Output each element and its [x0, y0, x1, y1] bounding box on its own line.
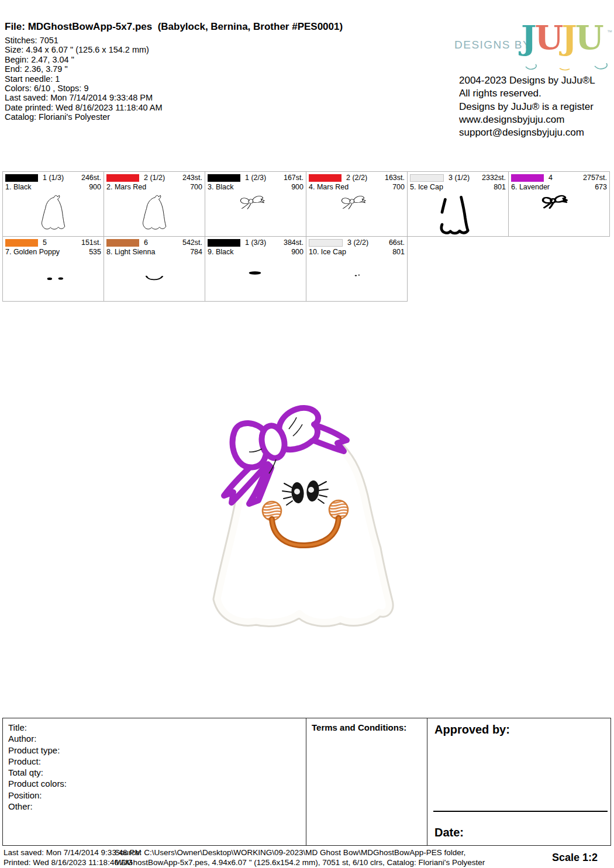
footer-source-line: Source: C:\Users\Owner\Desktop\WORKING\0…	[115, 848, 485, 857]
brand-letter: J	[521, 18, 535, 57]
file-meta-list: Stitches: 7051Size: 4.94 x 6.07 " (125.6…	[5, 36, 343, 122]
footer-source-line: MDGhostBowApp-5x7.pes, 4.94x6.07 " (125.…	[115, 857, 485, 867]
thread-sequence-label: 3 (2/2)	[347, 238, 389, 247]
thread-color-code: 700	[190, 183, 202, 191]
order-field-label: Title:	[8, 722, 301, 733]
thread-step-cell: 4 2757st. 6. Lavender 673	[508, 171, 610, 237]
file-meta-line: Size: 4.94 x 6.07 " (125.6 x 154.2 mm)	[5, 45, 343, 54]
step-preview-thumbnail	[540, 190, 568, 213]
thread-color-code: 801	[494, 183, 506, 191]
order-fields-box: Title:Author:Product type:Product:Total …	[2, 718, 306, 846]
thread-color-swatch	[5, 174, 38, 182]
thread-step-cell: 1 (2/3) 167st. 3. Black 900	[205, 171, 306, 237]
footer-source-path: Source: C:\Users\Owner\Desktop\WORKING\0…	[115, 848, 485, 867]
thread-color-swatch	[106, 174, 139, 182]
thread-color-code: 673	[595, 183, 607, 191]
order-field-label: Product type:	[8, 745, 301, 756]
thread-color-code: 900	[291, 248, 303, 256]
thread-step-cell: 3 (1/2) 2332st. 5. Ice Cap 801	[407, 171, 509, 237]
thread-stitch-count: 246st.	[81, 174, 101, 182]
approved-by-label: Approved by:	[434, 723, 603, 736]
thread-step-cell: 2 (1/2) 243st. 2. Mars Red 700	[104, 171, 205, 237]
thread-color-name: 2. Mars Red	[106, 183, 190, 191]
file-meta-line: Catalog: Floriani's Polyester	[5, 112, 343, 122]
scale-label: Scale 1:2	[552, 852, 598, 864]
order-form: Title:Author:Product type:Product:Total …	[2, 718, 611, 846]
thread-color-code: 801	[392, 248, 405, 256]
copyright-line: www.designsbyjuju.com	[459, 113, 613, 126]
brand-letter: U	[575, 18, 602, 57]
step-preview-thumbnail	[44, 272, 66, 285]
logo-flourish-icon	[525, 63, 612, 72]
step-preview-thumbnail	[352, 272, 363, 279]
brand-juju-wordmark: JUJU	[521, 21, 602, 54]
thread-sequence-label: 5	[43, 238, 81, 247]
thread-color-swatch	[208, 174, 240, 182]
thread-step-cell: 5 151st. 7. Golden Poppy 535	[2, 236, 104, 302]
thread-color-code: 700	[392, 183, 405, 191]
thread-stitch-count: 163st.	[385, 174, 405, 182]
thread-stitch-count: 243st.	[182, 174, 202, 182]
thread-color-code: 784	[190, 248, 202, 256]
file-meta-line: Begin: 2.47, 3.04 "	[5, 55, 343, 64]
thread-step-cell: 6 542st. 8. Light Sienna 784	[104, 236, 205, 302]
file-info-header: File: MDGhostBowApp-5x7.pes (Babylock, B…	[5, 21, 343, 122]
thread-color-code: 900	[89, 183, 101, 191]
thread-color-name: 5. Ice Cap	[410, 183, 494, 191]
thread-sequence-label: 2 (1/2)	[144, 174, 182, 182]
thread-sequence-label: 1 (3/3)	[245, 238, 284, 247]
order-field-label: Author:	[8, 733, 301, 744]
file-meta-line: Date printed: Wed 8/16/2023 11:18:40 AM	[5, 103, 343, 112]
thread-stitch-count: 151st.	[81, 238, 101, 247]
terms-box: Terms and Conditions:	[306, 718, 427, 846]
thread-sequence-label: 3 (1/2)	[449, 174, 482, 182]
file-meta-line: Last saved: Mon 7/14/2014 9:33:48 PM	[5, 93, 343, 102]
copyright-line: 2004-2023 Designs by JuJu®L	[459, 74, 613, 87]
right-eye-highlight	[308, 487, 314, 493]
trademark-symbol: ™	[607, 29, 612, 35]
thread-color-swatch	[106, 239, 139, 247]
copyright-line: support@designsbyjuju.com	[459, 126, 613, 139]
thread-color-table: 1 (1/3) 246st. 1. Black 900 2 (1/2) 243s…	[2, 171, 610, 302]
order-field-label: Product:	[8, 756, 301, 767]
approval-box: Approved by: Date:	[427, 718, 611, 846]
order-field-label: Other:	[8, 801, 301, 812]
thread-color-swatch	[511, 174, 544, 182]
brand-letter: U	[535, 18, 562, 57]
copyright-line: Designs by JuJu® is a register	[459, 101, 613, 113]
color-table-row: 1 (1/3) 246st. 1. Black 900 2 (1/2) 243s…	[2, 171, 610, 237]
thread-stitch-count: 2757st.	[583, 174, 607, 182]
thread-sequence-label: 1 (1/3)	[43, 174, 81, 182]
thread-sequence-label: 6	[144, 238, 182, 247]
thread-stitch-count: 2332st.	[482, 174, 506, 182]
designs-by-juju-logo: DESIGNS BY JUJU ™	[453, 26, 612, 75]
thread-stitch-count: 66st.	[389, 238, 405, 247]
step-preview-thumbnail	[247, 268, 263, 278]
thread-color-name: 1. Black	[5, 183, 89, 191]
thread-stitch-count: 542st.	[182, 238, 202, 247]
thread-stitch-count: 384st.	[284, 238, 303, 247]
thread-step-cell: 1 (1/3) 246st. 1. Black 900	[2, 171, 104, 237]
thread-color-code: 900	[291, 183, 303, 191]
thread-color-swatch	[309, 239, 343, 247]
order-field-label: Product colors:	[8, 778, 301, 789]
thread-color-swatch	[309, 174, 342, 182]
thread-sequence-label: 4	[549, 174, 583, 182]
thread-step-cell: 1 (3/3) 384st. 9. Black 900	[205, 236, 306, 302]
copyright-line: All rights reserved.	[459, 87, 613, 100]
color-table-row: 5 151st. 7. Golden Poppy 535 6 542st. 8.…	[2, 236, 610, 302]
ghost-bow-applique-preview	[206, 395, 411, 644]
thread-color-name: 10. Ice Cap	[309, 248, 392, 256]
file-meta-line: Colors: 6/10 , Stops: 9	[5, 84, 343, 93]
thread-color-name: 8. Light Sienna	[106, 248, 190, 256]
file-meta-line: Start needle: 1	[5, 74, 343, 84]
thread-step-cell: 3 (2/2) 66st. 10. Ice Cap 801	[306, 236, 408, 302]
thread-color-swatch	[208, 239, 240, 247]
terms-label: Terms and Conditions:	[312, 722, 406, 732]
thread-stitch-count: 167st.	[284, 174, 303, 182]
thread-color-swatch	[410, 174, 444, 182]
thread-color-swatch	[5, 239, 38, 247]
step-preview-thumbnail	[238, 190, 266, 215]
brand-letter: J	[561, 18, 575, 57]
step-preview-thumbnail	[137, 194, 171, 235]
